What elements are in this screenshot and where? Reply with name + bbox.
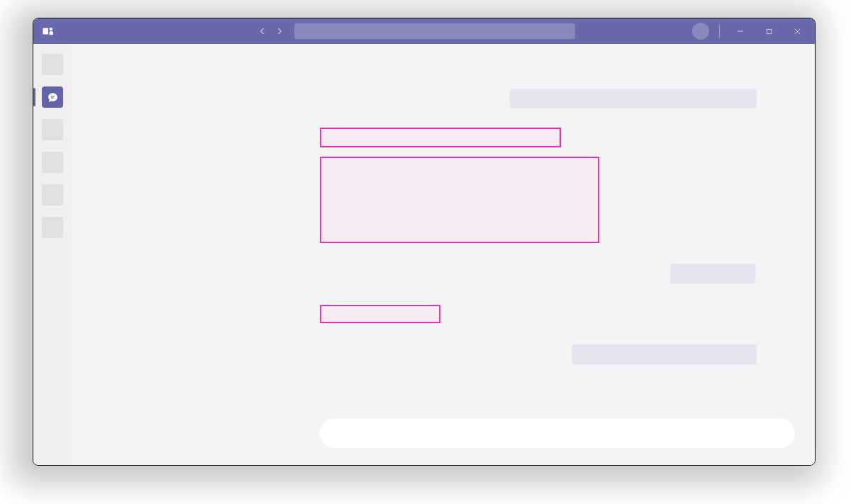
svg-rect-2 <box>50 31 53 35</box>
avatar[interactable] <box>692 23 709 40</box>
titlebar <box>33 18 815 44</box>
nav-arrows <box>255 23 287 39</box>
compose-input[interactable] <box>320 418 795 448</box>
rail-item-6[interactable] <box>42 217 63 238</box>
rail-item-1[interactable] <box>42 54 63 75</box>
nav-back-button[interactable] <box>255 23 270 39</box>
teams-icon <box>40 23 56 39</box>
rail-item-5[interactable] <box>42 184 63 206</box>
message-received <box>572 345 757 364</box>
svg-rect-7 <box>50 96 55 96</box>
search-input[interactable] <box>294 23 575 39</box>
app-rail <box>33 44 72 465</box>
chat-pane <box>239 44 815 465</box>
rail-item-chat[interactable] <box>42 86 63 108</box>
message-received <box>670 264 755 284</box>
window-body <box>33 44 815 465</box>
svg-rect-4 <box>767 29 771 33</box>
message-highlight[interactable] <box>320 128 561 147</box>
svg-point-1 <box>50 28 53 31</box>
chat-icon <box>47 91 59 103</box>
rail-item-4[interactable] <box>42 152 63 173</box>
app-window <box>33 18 816 466</box>
message-highlight[interactable] <box>320 157 599 243</box>
chat-list-panel <box>72 44 239 465</box>
nav-forward-button[interactable] <box>272 23 287 39</box>
titlebar-divider <box>719 25 720 38</box>
message-highlight[interactable] <box>320 305 440 323</box>
window-minimize-button[interactable] <box>730 18 751 44</box>
rail-item-3[interactable] <box>42 119 63 140</box>
window-close-button[interactable] <box>786 18 808 44</box>
svg-rect-8 <box>50 97 53 98</box>
svg-rect-0 <box>43 28 49 35</box>
message-received <box>510 89 757 108</box>
window-maximize-button[interactable] <box>758 18 779 44</box>
